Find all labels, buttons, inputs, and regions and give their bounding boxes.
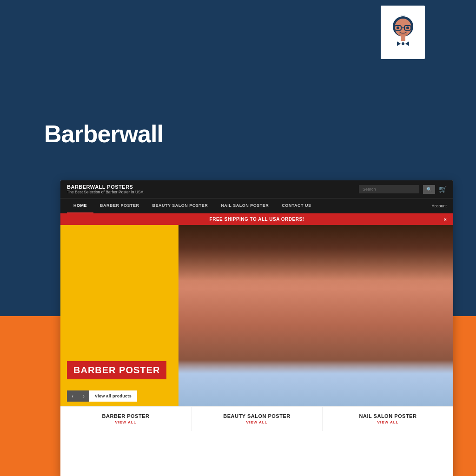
mockup-brand: BARBERWALL POSTERS The Best Selection of… [67, 184, 143, 194]
brand-title: BARBERWALL POSTERS [67, 184, 143, 190]
view-all-button[interactable]: View all products [89, 390, 137, 402]
hero-nav-arrows: ‹ › View all products [67, 390, 137, 402]
category-barber-link[interactable]: VIEW ALL [65, 420, 186, 424]
mockup-container: BARBERWALL POSTERS The Best Selection of… [60, 180, 453, 476]
nav-items: HOME BARBER POSTER BEAUTY SALON POSTER N… [67, 198, 318, 213]
site-title: Barberwall [44, 120, 163, 148]
category-nail-link[interactable]: VIEW ALL [327, 420, 449, 424]
next-arrow-button[interactable]: › [78, 390, 89, 402]
hero-label: BARBER POSTER [67, 361, 166, 379]
category-beauty-name: BEAUTY SALON POSTER [196, 413, 317, 419]
svg-point-5 [397, 26, 399, 29]
nav-contact-us[interactable]: CONTACT US [275, 198, 317, 213]
category-nail[interactable]: NAIL SALON POSTER VIEW ALL [323, 407, 453, 431]
category-barber-name: BARBER POSTER [65, 413, 186, 419]
hero-shirt [178, 360, 454, 406]
cart-icon[interactable]: 🛒 [439, 185, 447, 193]
search-input[interactable] [359, 185, 419, 193]
prev-arrow-button[interactable]: ‹ [67, 390, 78, 402]
mockup-header: BARBERWALL POSTERS The Best Selection of… [60, 180, 453, 198]
brand-subtitle: The Best Selection of Barber Poster in U… [67, 190, 143, 194]
hero-section: BARBER POSTER ‹ › View all products [60, 225, 453, 406]
category-nail-name: NAIL SALON POSTER [327, 413, 449, 419]
hero-hair [178, 225, 454, 281]
svg-point-8 [402, 42, 404, 45]
hero-person-photo [178, 225, 454, 406]
category-barber[interactable]: BARBER POSTER VIEW ALL [60, 407, 192, 431]
svg-rect-9 [401, 35, 405, 41]
header-right: 🔍 🛒 [359, 185, 447, 194]
nav-home[interactable]: HOME [67, 198, 93, 213]
announcement-bar: FREE SHIPPING TO ALL USA ORDERS! × [60, 213, 453, 225]
category-beauty-link[interactable]: VIEW ALL [196, 420, 317, 424]
logo-card [381, 6, 425, 59]
hero-content: BARBER POSTER [67, 361, 166, 379]
mockup-nav: HOME BARBER POSTER BEAUTY SALON POSTER N… [60, 198, 453, 213]
svg-point-6 [406, 26, 409, 29]
nav-account[interactable]: Account [431, 204, 447, 208]
nav-barber-poster[interactable]: BARBER POSTER [93, 198, 146, 213]
nav-nail-salon[interactable]: NAIL SALON POSTER [214, 198, 275, 213]
announcement-text: FREE SHIPPING TO ALL USA ORDERS! [210, 217, 304, 222]
category-grid: BARBER POSTER VIEW ALL BEAUTY SALON POST… [60, 406, 453, 431]
category-beauty[interactable]: BEAUTY SALON POSTER VIEW ALL [192, 407, 323, 431]
nav-beauty-salon[interactable]: BEAUTY SALON POSTER [146, 198, 215, 213]
announcement-close[interactable]: × [444, 217, 447, 222]
search-button[interactable]: 🔍 [423, 185, 435, 194]
